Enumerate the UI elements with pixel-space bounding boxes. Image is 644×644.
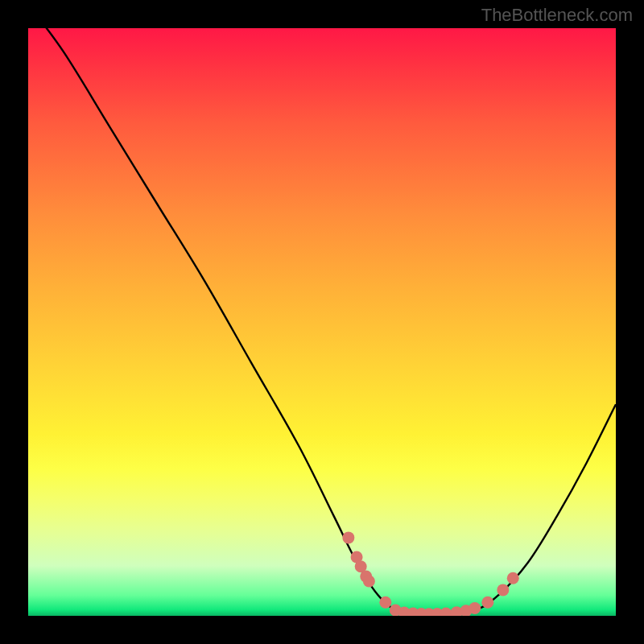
highlight-point xyxy=(363,575,375,587)
watermark-text: TheBottleneck.com xyxy=(481,5,633,26)
highlight-point xyxy=(497,584,509,596)
highlight-point xyxy=(469,602,481,614)
bottleneck-curve xyxy=(28,28,616,615)
highlight-point xyxy=(507,572,519,584)
highlight-point xyxy=(481,597,493,609)
chart-svg xyxy=(28,28,616,616)
highlight-point xyxy=(440,608,452,616)
highlight-point xyxy=(379,597,391,609)
highlight-point xyxy=(342,531,354,543)
highlight-markers xyxy=(342,531,518,616)
